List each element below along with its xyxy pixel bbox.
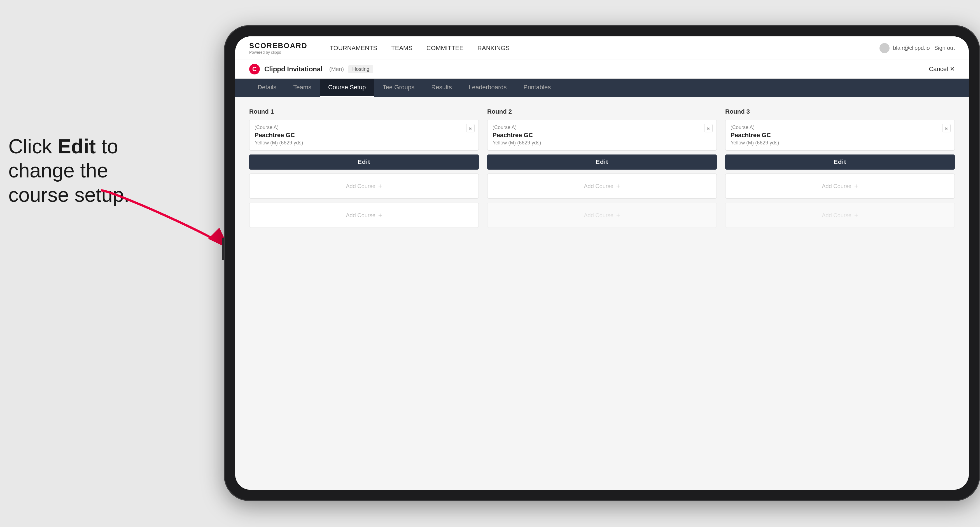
round2-add-course-1-plus-icon: + [616,182,620,190]
round-1-course-card: ⊡ (Course A) Peachtree GC Yellow (M) (66… [249,120,479,151]
round-3-add-course-2: Add Course + [725,203,955,228]
app-content: SCOREBOARD Powered by clippd TOURNAMENTS… [235,37,969,490]
avatar [880,43,889,53]
round-3-course-details: Yellow (M) (6629 yds) [730,140,950,146]
round2-add-course-2-plus-icon: + [616,211,620,219]
round-3-title: Round 3 [725,108,955,115]
round-2-column: Round 2 ⊡ (Course A) Peachtree GC Yellow… [487,108,717,232]
tablet-screen: SCOREBOARD Powered by clippd TOURNAMENTS… [235,37,969,490]
tablet-side-button [222,238,224,260]
tab-printables[interactable]: Printables [515,79,559,97]
sub-header-left: C Clippd Invitational (Men) Hosting [249,64,373,75]
round-1-column: Round 1 ⊡ (Course A) Peachtree GC Yellow… [249,108,479,232]
tournament-gender: (Men) [329,66,344,73]
add-course-1-label: Add Course [346,183,375,189]
nav-committee[interactable]: COMMITTEE [426,43,463,53]
round3-add-course-2-label: Add Course [822,212,851,219]
tab-details[interactable]: Details [249,79,285,97]
round-2-course-label: (Course A) [493,125,711,130]
round-3-add-course-1[interactable]: Add Course + [725,173,955,199]
user-email: blair@clippd.io [893,45,930,51]
tablet-device: SCOREBOARD Powered by clippd TOURNAMENTS… [224,25,980,501]
round-1-delete-icon[interactable]: ⊡ [466,124,475,132]
tab-tee-groups[interactable]: Tee Groups [374,79,423,97]
clippd-logo: C [249,64,260,75]
rounds-container: Round 1 ⊡ (Course A) Peachtree GC Yellow… [249,108,955,232]
round-2-add-course-2: Add Course + [487,203,717,228]
round-3-course-card: ⊡ (Course A) Peachtree GC Yellow (M) (66… [725,120,955,151]
round-1-title: Round 1 [249,108,479,115]
round-1-edit-button[interactable]: Edit [249,154,479,170]
round-2-add-course-1[interactable]: Add Course + [487,173,717,199]
add-course-1-plus-icon: + [378,182,382,190]
sub-header: C Clippd Invitational (Men) Hosting Canc… [235,60,969,79]
instruction-bold: Edit [58,135,96,157]
round-2-course-name: Peachtree GC [493,132,711,139]
nav-tournaments[interactable]: TOURNAMENTS [330,43,377,53]
nav-rankings[interactable]: RANKINGS [477,43,510,53]
round-1-course-label: (Course A) [255,125,474,130]
top-navigation: SCOREBOARD Powered by clippd TOURNAMENTS… [235,37,969,60]
main-content: Round 1 ⊡ (Course A) Peachtree GC Yellow… [235,97,969,490]
tab-bar: Details Teams Course Setup Tee Groups Re… [235,79,969,97]
logo-subtitle: Powered by clippd [249,50,307,55]
sign-out-link[interactable]: Sign out [934,45,955,51]
round-2-course-details: Yellow (M) (6629 yds) [493,140,711,146]
tab-course-setup[interactable]: Course Setup [320,79,374,97]
round-3-course-label: (Course A) [730,125,950,130]
round-3-course-name: Peachtree GC [730,132,950,139]
tab-leaderboards[interactable]: Leaderboards [460,79,515,97]
round-2-edit-button[interactable]: Edit [487,154,717,170]
tab-results[interactable]: Results [423,79,460,97]
round-3-column: Round 3 ⊡ (Course A) Peachtree GC Yellow… [725,108,955,232]
round-1-add-course-2[interactable]: Add Course + [249,203,479,228]
nav-teams[interactable]: TEAMS [391,43,412,53]
round-1-add-course-1[interactable]: Add Course + [249,173,479,199]
cancel-button[interactable]: Cancel ✕ [929,65,955,73]
logo-title: SCOREBOARD [249,41,307,50]
round3-add-course-2-plus-icon: + [854,211,858,219]
round-2-delete-icon[interactable]: ⊡ [704,124,713,132]
round-3-delete-icon[interactable]: ⊡ [942,124,951,132]
round-1-course-name: Peachtree GC [255,132,474,139]
round2-add-course-1-label: Add Course [584,183,614,189]
add-course-2-label: Add Course [346,212,375,219]
add-course-2-plus-icon: + [378,211,382,219]
round-3-edit-button[interactable]: Edit [725,154,955,170]
round-1-course-details: Yellow (M) (6629 yds) [255,140,474,146]
hosting-badge: Hosting [348,65,373,73]
logo-area: SCOREBOARD Powered by clippd [249,41,307,55]
tab-teams[interactable]: Teams [285,79,320,97]
round3-add-course-1-plus-icon: + [854,182,858,190]
round2-add-course-2-label: Add Course [584,212,614,219]
round3-add-course-1-label: Add Course [822,183,851,189]
round-2-title: Round 2 [487,108,717,115]
nav-user-area: blair@clippd.io Sign out [880,43,955,53]
tournament-name: Clippd Invitational [264,65,323,73]
nav-links: TOURNAMENTS TEAMS COMMITTEE RANKINGS [330,43,863,53]
instruction-prefix: Click [8,135,58,157]
instruction-text: Click Edit tochange thecourse setup. [8,134,129,207]
round-2-course-card: ⊡ (Course A) Peachtree GC Yellow (M) (66… [487,120,717,151]
